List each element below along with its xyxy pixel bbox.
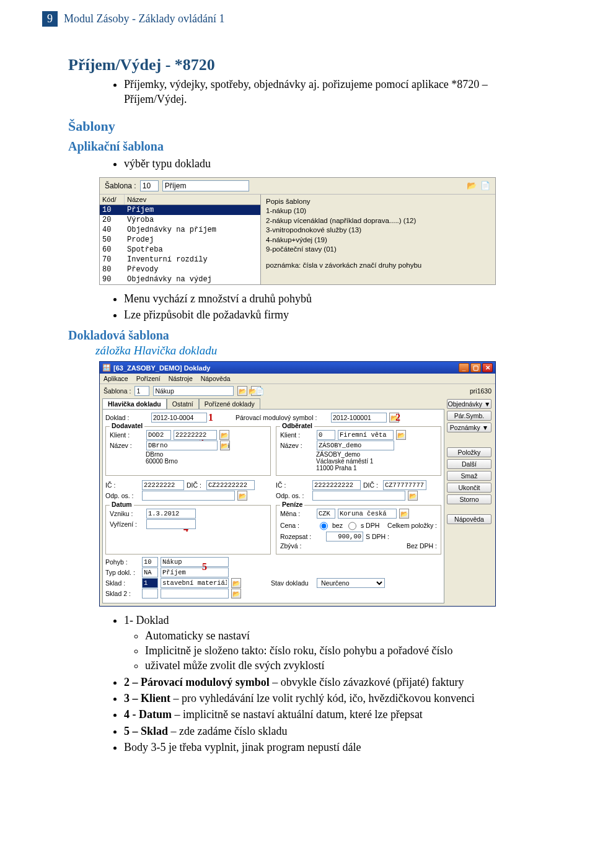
intro-bullet: Příjemky, výdejky, spotřeby, objednávky …	[124, 77, 552, 107]
sablona-code-input[interactable]	[134, 386, 149, 396]
mena-nazev-input[interactable]	[338, 509, 397, 519]
list-item[interactable]: 10 Příjem	[100, 205, 260, 215]
pohyb-label: Pohyb :	[105, 558, 139, 566]
page-number: 9	[42, 11, 58, 27]
minimize-icon[interactable]: _	[459, 363, 469, 372]
dic-input[interactable]	[206, 480, 255, 490]
cena-label: Cena :	[280, 522, 314, 529]
list-item[interactable]: 80Převody	[100, 265, 260, 274]
sklad-input[interactable]	[142, 578, 158, 588]
doc-icon[interactable]	[480, 181, 490, 190]
close-icon[interactable]: ✕	[482, 363, 493, 372]
adresa-line: DBrno	[146, 451, 267, 458]
list-item[interactable]: 70Inventurní rozdíly	[100, 255, 260, 265]
lookup-icon[interactable]	[231, 578, 241, 588]
sablona-code-input[interactable]	[140, 180, 159, 191]
btn-smaz[interactable]: Smaž	[447, 471, 491, 481]
menu-nastroje[interactable]: Nástroje	[169, 375, 193, 382]
menu-porizeni[interactable]: Pořízení	[136, 375, 161, 382]
tab-hlavicka[interactable]: Hlavička dokladu	[102, 398, 167, 410]
pohyb-nazev-input[interactable]	[161, 557, 229, 567]
klient-kod-input[interactable]	[317, 430, 335, 440]
lookup-icon[interactable]	[219, 430, 229, 440]
rozepsat-input[interactable]	[326, 532, 363, 541]
lookup-icon[interactable]	[396, 430, 406, 440]
col-kod: Kód/	[100, 195, 125, 204]
datum-legend: Datum	[110, 501, 134, 508]
sablona-name-input[interactable]	[153, 386, 234, 396]
list-item[interactable]: 60Spotřeba	[100, 245, 260, 255]
vyrizeni-input[interactable]	[146, 519, 196, 529]
stavdokl-select[interactable]: Neurčeno	[317, 578, 385, 588]
lookup-icon[interactable]	[389, 413, 399, 423]
btn-poznamky[interactable]: Poznámky ▼	[447, 423, 491, 432]
folder-icon[interactable]	[237, 386, 247, 396]
doc-icon[interactable]: 📄	[251, 386, 261, 396]
klient-ic-input[interactable]	[174, 430, 217, 440]
legend-4: 4 - Datum – implicitně se nastaví aktuál…	[124, 707, 552, 722]
template-list[interactable]: Kód/ Název 10 Příjem 20Výroba 40Objednáv…	[100, 195, 261, 284]
nazev-input[interactable]	[317, 441, 394, 450]
nazev-label: Název :	[110, 442, 144, 449]
nazev-input[interactable]	[146, 441, 218, 450]
menu-aplikace[interactable]: Aplikace	[104, 375, 128, 382]
maximize-icon[interactable]: ▢	[470, 363, 481, 372]
klient-kod-input[interactable]	[146, 430, 171, 440]
legend-6: Body 3-5 je třeba vyplnit, jinak program…	[124, 740, 552, 755]
dic-input[interactable]	[383, 480, 426, 490]
typdokl-nazev-input[interactable]	[161, 568, 229, 577]
legend-1a: Automaticky se nastaví	[145, 628, 552, 643]
heading-prijem-vydej: Příjem/Výdej - *8720	[68, 56, 552, 74]
sablona-name-input[interactable]	[162, 180, 249, 191]
tab-porizene[interactable]: Pořízené doklady	[199, 398, 260, 410]
klient-text-input[interactable]	[338, 430, 394, 440]
list-item[interactable]: 50Prodej	[100, 235, 260, 245]
vyrizeni-label: Vyřízení :	[110, 520, 144, 528]
list-item[interactable]: 40Objednávky na příjem	[100, 225, 260, 235]
radio-bez-dph[interactable]	[320, 521, 328, 531]
dic-label: DIČ :	[363, 481, 381, 489]
mena-kod-input[interactable]	[317, 509, 335, 519]
btn-ukoncit[interactable]: Ukončit	[447, 483, 491, 493]
menu-napoveda[interactable]: Nápověda	[201, 375, 231, 382]
btn-storno[interactable]: Storno	[447, 494, 491, 504]
tab-ostatni[interactable]: Ostatní	[167, 398, 199, 410]
doklad-input[interactable]	[151, 413, 207, 423]
pohyb-kod-input[interactable]	[142, 557, 158, 567]
list-item[interactable]: 90Objednávky na výdej	[100, 274, 260, 284]
lookup-icon[interactable]	[231, 589, 241, 598]
lookup-icon[interactable]	[399, 509, 409, 519]
sklad2-nazev-input[interactable]	[161, 589, 229, 598]
vzniku-input[interactable]	[146, 509, 196, 519]
info-icon[interactable]: i	[220, 441, 230, 450]
folder-icon[interactable]	[467, 181, 477, 190]
heading-aplikacni-sablona: Aplikační šablona	[68, 139, 552, 154]
desc-title: Popis šablony	[266, 197, 490, 207]
btn-parsymb[interactable]: Pár.Symb.	[447, 411, 491, 421]
sklad-nazev-input[interactable]	[161, 578, 229, 588]
list-item[interactable]: 20Výroba	[100, 215, 260, 225]
btn-napoveda[interactable]: Nápověda	[447, 514, 491, 524]
ic-input[interactable]	[312, 480, 361, 490]
adresa-line: Václavské náměstí 1	[316, 458, 437, 465]
legend-1b: Implicitně je složeno takto: číslo roku,…	[145, 643, 552, 658]
odberatel-legend: Odběratel	[280, 422, 314, 429]
sklad2-input[interactable]	[142, 589, 158, 598]
dic-label: DIČ :	[187, 481, 204, 489]
legend-5: 5 – Sklad – zde zadáme číslo skladu	[124, 724, 552, 739]
btn-objednavky[interactable]: Objednávky ▼	[447, 399, 491, 409]
odpos-label: Odp. os. :	[276, 492, 310, 499]
pms-input[interactable]	[331, 413, 387, 423]
typdokl-kod-input[interactable]	[142, 568, 158, 577]
screenshot-template-selector: Šablona : Kód/ Název 10 Příjem 20Výroba …	[99, 177, 496, 285]
adresa-line: 60000 Brno	[146, 458, 267, 465]
ic-input[interactable]	[142, 480, 184, 490]
btn-polozky[interactable]: Položky	[447, 447, 491, 457]
btn-dalsi[interactable]: Další	[447, 459, 491, 469]
menubar[interactable]: Aplikace Pořízení Nástroje Nápověda	[100, 374, 495, 384]
radio-s-dph[interactable]	[348, 521, 356, 531]
odpos-input[interactable]	[142, 491, 235, 501]
odpos-input[interactable]	[312, 491, 405, 501]
lookup-icon[interactable]	[408, 491, 418, 501]
lookup-icon[interactable]	[237, 491, 247, 501]
